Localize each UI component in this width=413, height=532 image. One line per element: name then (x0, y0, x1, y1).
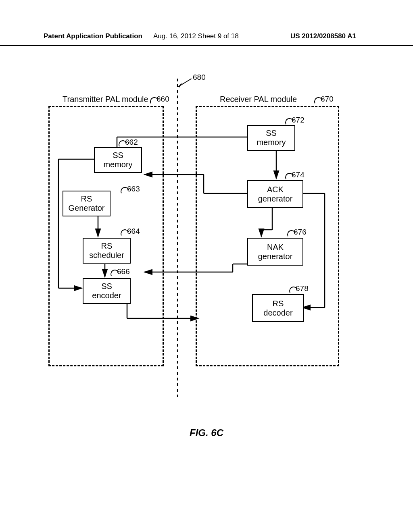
header-left: Patent Application Publication (44, 32, 142, 40)
figure-caption: FIG. 6C (190, 427, 223, 438)
rx-ss-memory: SS memory (247, 125, 295, 151)
tx-ss-memory: SS memory (94, 147, 142, 173)
tx-rs-gen-l1: RS (81, 194, 92, 204)
header-center: Aug. 16, 2012 Sheet 9 of 18 (153, 32, 239, 40)
rx-nak-l1: NAK (267, 243, 284, 252)
rx-ss-mem-l2: memory (257, 138, 286, 147)
rx-ack-l1: ACK (267, 185, 284, 194)
rx-nak-l2: generator (258, 252, 293, 261)
rx-ack-l2: generator (258, 194, 293, 204)
tx-ss-memory-l2: memory (103, 160, 132, 169)
tx-rs-scheduler: RS scheduler (83, 238, 131, 264)
tx-ss-enc-l1: SS (101, 282, 112, 291)
transmitter-module-box (48, 106, 164, 366)
diagram-figure: 680 Transmitter PAL module 660 SS memory… (46, 79, 369, 389)
rx-rsdec-l1: RS (273, 299, 284, 308)
header-right: US 2012/0208580 A1 (290, 32, 356, 40)
tx-ss-enc-l2: encoder (92, 291, 121, 300)
tx-rs-generator: RS Generator (63, 191, 111, 216)
tx-rs-sched-l1: RS (101, 241, 113, 251)
rx-rs-decoder: RS decoder (252, 294, 304, 322)
rx-ack-generator: ACK generator (247, 180, 303, 208)
tx-rs-sched-l2: scheduler (89, 251, 124, 260)
ref-680: 680 (193, 73, 206, 82)
tx-rs-gen-l2: Generator (68, 204, 104, 213)
rx-ss-mem-l1: SS (266, 129, 277, 138)
tx-ss-memory-l1: SS (113, 151, 123, 160)
rx-rsdec-l2: decoder (263, 308, 292, 318)
page-header: Patent Application Publication Aug. 16, … (0, 33, 413, 46)
transmitter-title: Transmitter PAL module (63, 95, 148, 104)
receiver-title: Receiver PAL module (220, 95, 297, 104)
tx-ss-encoder: SS encoder (83, 278, 131, 304)
rx-nak-generator: NAK generator (247, 238, 303, 266)
